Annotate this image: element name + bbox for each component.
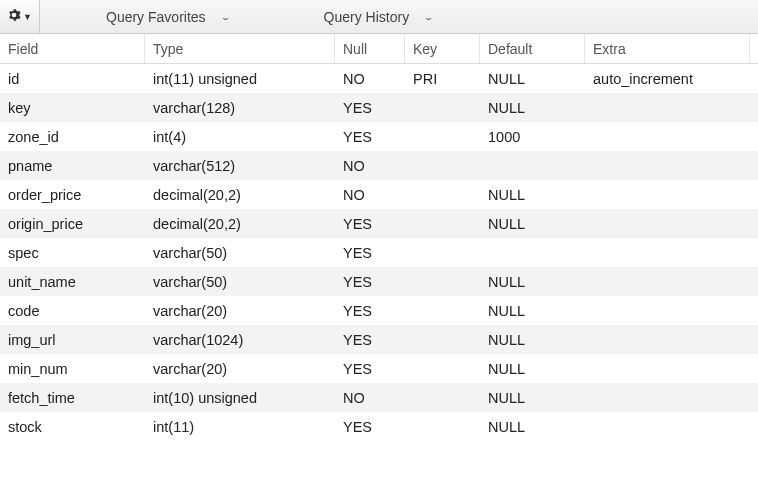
cell-default: NULL — [480, 100, 585, 116]
cell-type: varchar(128) — [145, 100, 335, 116]
cell-type: decimal(20,2) — [145, 187, 335, 203]
cell-type: int(11) unsigned — [145, 71, 335, 87]
schema-table: Field Type Null Key Default Extra idint(… — [0, 34, 758, 441]
cell-default: NULL — [480, 71, 585, 87]
cell-field: id — [0, 71, 145, 87]
table-row[interactable]: fetch_timeint(10) unsignedNONULL — [0, 383, 758, 412]
cell-field: img_url — [0, 332, 145, 348]
table-row[interactable]: min_numvarchar(20)YESNULL — [0, 354, 758, 383]
cell-null: YES — [335, 129, 405, 145]
table-row[interactable]: specvarchar(50)YES — [0, 238, 758, 267]
query-favorites-dropdown[interactable]: Query Favorites ⌄ — [90, 0, 248, 33]
cell-type: int(10) unsigned — [145, 390, 335, 406]
cell-null: YES — [335, 274, 405, 290]
chevron-down-icon: ⌄ — [220, 12, 232, 20]
cell-default: NULL — [480, 361, 585, 377]
table-row[interactable]: keyvarchar(128)YESNULL — [0, 93, 758, 122]
cell-type: varchar(1024) — [145, 332, 335, 348]
cell-field: order_price — [0, 187, 145, 203]
table-row[interactable]: order_pricedecimal(20,2)NONULL — [0, 180, 758, 209]
cell-field: code — [0, 303, 145, 319]
cell-field: min_num — [0, 361, 145, 377]
table-row[interactable]: pnamevarchar(512)NO — [0, 151, 758, 180]
cell-field: stock — [0, 419, 145, 435]
caret-down-icon: ▼ — [23, 12, 32, 22]
table-row[interactable]: unit_namevarchar(50)YESNULL — [0, 267, 758, 296]
cell-null: NO — [335, 390, 405, 406]
cell-type: varchar(20) — [145, 361, 335, 377]
cell-null: YES — [335, 361, 405, 377]
cell-type: varchar(50) — [145, 274, 335, 290]
cell-type: varchar(20) — [145, 303, 335, 319]
cell-field: origin_price — [0, 216, 145, 232]
cell-null: YES — [335, 216, 405, 232]
table-body: idint(11) unsignedNOPRINULLauto_incremen… — [0, 64, 758, 441]
cell-default: 1000 — [480, 129, 585, 145]
cell-null: NO — [335, 71, 405, 87]
query-history-dropdown[interactable]: Query History ⌄ — [308, 0, 452, 33]
cell-null: YES — [335, 303, 405, 319]
table-header-row: Field Type Null Key Default Extra — [0, 34, 758, 64]
chevron-down-icon: ⌄ — [423, 12, 435, 20]
cell-field: fetch_time — [0, 390, 145, 406]
toolbar: ▼ Query Favorites ⌄ Query History ⌄ — [0, 0, 758, 34]
column-header-key[interactable]: Key — [405, 34, 480, 63]
cell-default: NULL — [480, 332, 585, 348]
cell-default: NULL — [480, 216, 585, 232]
cell-extra: auto_increment — [585, 71, 750, 87]
cell-field: pname — [0, 158, 145, 174]
cell-field: key — [0, 100, 145, 116]
table-row[interactable]: stockint(11)YESNULL — [0, 412, 758, 441]
cell-default: NULL — [480, 274, 585, 290]
cell-null: NO — [335, 187, 405, 203]
table-row[interactable]: zone_idint(4)YES1000 — [0, 122, 758, 151]
cell-null: YES — [335, 100, 405, 116]
settings-menu-button[interactable]: ▼ — [0, 0, 40, 33]
cell-type: decimal(20,2) — [145, 216, 335, 232]
cell-default: NULL — [480, 303, 585, 319]
query-history-label: Query History — [324, 9, 410, 25]
cell-key: PRI — [405, 71, 480, 87]
cell-default: NULL — [480, 187, 585, 203]
cell-field: zone_id — [0, 129, 145, 145]
column-header-extra[interactable]: Extra — [585, 34, 750, 63]
cell-type: int(4) — [145, 129, 335, 145]
column-header-null[interactable]: Null — [335, 34, 405, 63]
table-row[interactable]: origin_pricedecimal(20,2)YESNULL — [0, 209, 758, 238]
cell-null: NO — [335, 158, 405, 174]
cell-type: varchar(50) — [145, 245, 335, 261]
query-favorites-label: Query Favorites — [106, 9, 206, 25]
cell-default: NULL — [480, 419, 585, 435]
toolbar-spacer — [248, 0, 308, 33]
cell-type: int(11) — [145, 419, 335, 435]
table-row[interactable]: codevarchar(20)YESNULL — [0, 296, 758, 325]
cell-type: varchar(512) — [145, 158, 335, 174]
table-row[interactable]: idint(11) unsignedNOPRINULLauto_incremen… — [0, 64, 758, 93]
cell-default: NULL — [480, 390, 585, 406]
toolbar-spacer — [40, 0, 90, 33]
table-row[interactable]: img_urlvarchar(1024)YESNULL — [0, 325, 758, 354]
cell-field: unit_name — [0, 274, 145, 290]
column-header-default[interactable]: Default — [480, 34, 585, 63]
cell-null: YES — [335, 245, 405, 261]
cell-null: YES — [335, 419, 405, 435]
column-header-field[interactable]: Field — [0, 34, 145, 63]
cell-field: spec — [0, 245, 145, 261]
cell-null: YES — [335, 332, 405, 348]
column-header-type[interactable]: Type — [145, 34, 335, 63]
gear-icon — [7, 8, 21, 25]
